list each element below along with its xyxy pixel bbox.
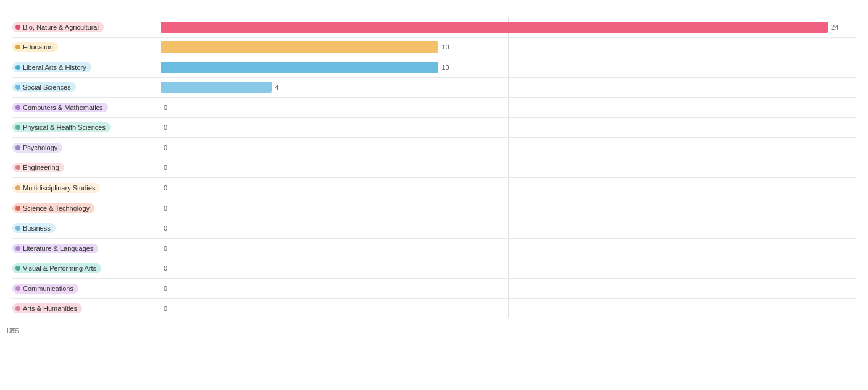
bar-track: 0	[161, 239, 856, 258]
bar-label: Computers & Mathematics	[12, 103, 161, 112]
bar-value: 0	[164, 203, 167, 214]
pill-label: Psychology	[23, 144, 57, 151]
label-pill: Bio, Nature & Agricultural	[12, 22, 104, 32]
bar-track: 0	[161, 98, 856, 117]
label-pill: Computers & Mathematics	[12, 103, 108, 112]
pill-dot	[15, 145, 20, 150]
bar-label: Psychology	[12, 143, 161, 153]
pill-label: Multidisciplinary Studies	[23, 184, 95, 192]
bar-fill: 24	[161, 22, 828, 33]
pill-dot	[15, 286, 20, 291]
bar-track: 0	[161, 279, 856, 299]
pill-dot	[15, 206, 20, 211]
pill-dot	[15, 185, 20, 190]
pill-label: Visual & Performing Arts	[23, 265, 96, 272]
label-pill: Social Sciences	[12, 82, 76, 92]
bar-track: 0	[161, 218, 856, 238]
bar-row: Physical & Health Sciences0	[12, 118, 856, 138]
bar-track: 0	[161, 118, 856, 138]
bar-track: 10	[161, 38, 856, 57]
label-pill: Literature & Languages	[12, 244, 98, 253]
bar-value: 0	[164, 102, 167, 113]
bar-label: Engineering	[12, 163, 161, 172]
pill-label: Engineering	[23, 164, 59, 171]
bar-fill: 10	[161, 62, 438, 73]
bar-track: 0	[161, 138, 856, 158]
bar-value: 0	[164, 122, 167, 133]
bar-value: 0	[164, 243, 167, 254]
pill-dot	[15, 125, 20, 130]
bar-row: Multidisciplinary Studies0	[12, 178, 856, 198]
bar-value: 0	[164, 283, 167, 294]
bar-label: Physical & Health Sciences	[12, 122, 161, 132]
bar-value: 24	[831, 22, 838, 33]
bar-value: 0	[164, 182, 167, 193]
bars-section: Bio, Nature & Agricultural24Education10L…	[12, 17, 856, 318]
bar-track: 0	[161, 158, 856, 178]
bar-value: 0	[164, 162, 167, 173]
bar-track: 0	[161, 178, 856, 198]
bar-track: 0	[161, 258, 856, 278]
label-pill: Education	[12, 42, 58, 52]
pill-dot	[15, 165, 20, 170]
bar-label: Bio, Nature & Agricultural	[12, 22, 161, 32]
pill-dot	[15, 266, 20, 271]
bar-row: Communications0	[12, 279, 856, 299]
bar-row: Liberal Arts & History10	[12, 57, 856, 78]
bar-row: Arts & Humanities0	[12, 299, 856, 318]
bar-value: 4	[275, 82, 278, 93]
pill-label: Communications	[23, 285, 73, 292]
label-pill: Physical & Health Sciences	[12, 122, 111, 132]
label-pill: Business	[12, 223, 56, 233]
bar-label: Literature & Languages	[12, 244, 161, 253]
bar-row: Engineering0	[12, 158, 856, 179]
pill-label: Bio, Nature & Agricultural	[23, 23, 99, 31]
chart-container: Bio, Nature & Agricultural24Education10L…	[0, 0, 868, 390]
pill-label: Business	[23, 224, 51, 232]
bar-value: 10	[441, 41, 449, 53]
pill-label: Physical & Health Sciences	[23, 124, 106, 131]
bar-row: Literature & Languages0	[12, 239, 856, 259]
pill-dot	[15, 105, 20, 110]
label-pill: Liberal Arts & History	[12, 62, 91, 72]
label-pill: Arts & Humanities	[12, 303, 82, 313]
bar-value: 0	[164, 263, 167, 274]
bar-label: Multidisciplinary Studies	[12, 183, 161, 193]
pill-dot	[15, 306, 20, 311]
label-pill: Science & Technology	[12, 203, 94, 213]
label-pill: Multidisciplinary Studies	[12, 183, 100, 193]
bar-row: Education10	[12, 38, 856, 58]
bar-value: 0	[164, 223, 167, 234]
pill-dot	[15, 226, 20, 231]
pill-label: Science & Technology	[23, 205, 90, 212]
bar-label: Visual & Performing Arts	[12, 263, 161, 273]
bar-label: Science & Technology	[12, 203, 161, 213]
bar-row: Business0	[12, 218, 856, 239]
bar-row: Social Sciences4	[12, 78, 856, 98]
chart-area: Bio, Nature & Agricultural24Education10L…	[12, 17, 856, 334]
x-tick: 25	[9, 327, 16, 334]
bar-label: Liberal Arts & History	[12, 62, 161, 72]
bar-label: Education	[12, 42, 161, 52]
bar-track: 4	[161, 78, 856, 98]
label-pill: Engineering	[12, 163, 64, 172]
pill-label: Liberal Arts & History	[23, 64, 86, 71]
pill-dot	[15, 65, 20, 70]
pill-label: Literature & Languages	[23, 245, 93, 252]
pill-label: Education	[23, 43, 53, 51]
pill-dot	[15, 45, 20, 49]
pill-dot	[15, 25, 20, 30]
pill-label: Arts & Humanities	[23, 305, 77, 312]
label-pill: Communications	[12, 284, 78, 294]
pill-label: Social Sciences	[23, 83, 71, 91]
bar-label: Arts & Humanities	[12, 303, 161, 313]
x-axis-container: 012.525	[12, 320, 856, 334]
label-pill: Psychology	[12, 143, 62, 153]
bar-label: Communications	[12, 284, 161, 294]
bar-value: 0	[164, 303, 167, 314]
bar-fill: 4	[161, 82, 272, 93]
bar-row: Computers & Mathematics0	[12, 98, 856, 118]
pill-dot	[15, 85, 20, 90]
bar-track: 0	[161, 198, 856, 218]
bar-row: Psychology0	[12, 138, 856, 158]
